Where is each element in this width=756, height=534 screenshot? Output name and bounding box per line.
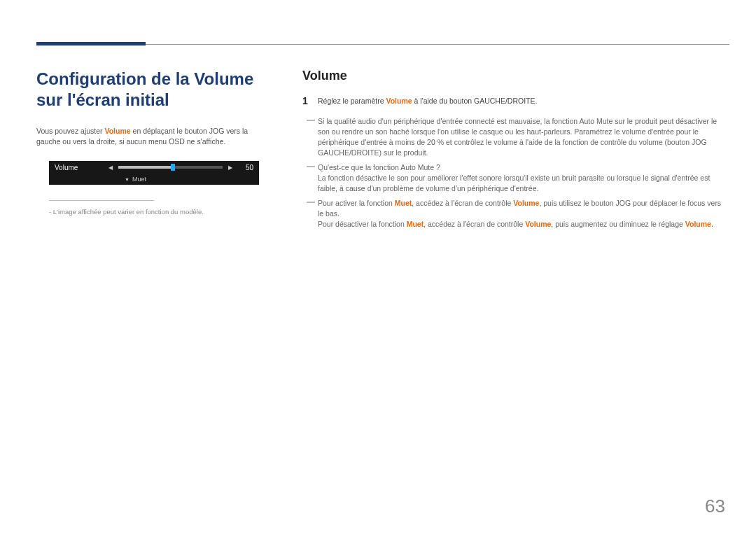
- osd-slider-track: [118, 166, 223, 169]
- section-heading: Configuration de la Volume sur l'écran i…: [36, 69, 269, 111]
- intro-text-pre: Vous pouvez ajuster: [36, 127, 104, 135]
- osd-volume-preview: Volume ◀ ▶ 50 ▼ Muet: [49, 161, 259, 185]
- osd-mute-label: Muet: [132, 176, 146, 183]
- subsection-heading: Volume: [302, 69, 728, 83]
- triangle-right-icon: ▶: [225, 164, 235, 171]
- muet-keyword: Muet: [395, 199, 412, 207]
- step-1: 1 Réglez le paramètre Volume à l'aide du…: [302, 96, 728, 106]
- volume-keyword: Volume: [513, 199, 539, 207]
- document-page: Configuration de la Volume sur l'écran i…: [0, 0, 756, 534]
- triangle-left-icon: ◀: [106, 164, 115, 171]
- dash-icon: [307, 116, 315, 125]
- intro-volume-keyword: Volume: [104, 127, 130, 135]
- osd-value: 50: [235, 164, 253, 171]
- osd-slider-knob: [171, 164, 175, 171]
- left-column: Configuration de la Volume sur l'écran i…: [36, 69, 288, 234]
- triangle-down-icon: ▼: [125, 177, 130, 182]
- osd-label: Volume: [55, 164, 78, 171]
- accent-bar: [36, 42, 146, 45]
- info-auto-mute-definition: Qu'est-ce que la fonction Auto Mute ? La…: [302, 162, 728, 194]
- step-number: 1: [302, 96, 318, 106]
- intro-paragraph: Vous pouvez ajuster Volume en déplaçant …: [36, 126, 269, 147]
- osd-slider-fill: [118, 166, 172, 169]
- info-mute-activate: Pour activer la fonction Muet, accédez à…: [302, 198, 728, 230]
- dash-icon: [307, 162, 315, 171]
- volume-keyword: Volume: [525, 220, 551, 228]
- content-columns: Configuration de la Volume sur l'écran i…: [36, 69, 728, 234]
- muet-keyword: Muet: [407, 220, 424, 228]
- page-number: 63: [705, 496, 725, 517]
- right-column: Volume 1 Réglez le paramètre Volume à l'…: [288, 69, 728, 234]
- osd-row-mute: ▼ Muet: [49, 174, 259, 185]
- info-auto-mute-quality: Si la qualité audio d'un périphérique d'…: [302, 116, 728, 158]
- footnote-divider: [49, 200, 154, 201]
- osd-row-main: Volume ◀ ▶ 50: [49, 161, 259, 174]
- volume-keyword: Volume: [386, 97, 412, 105]
- volume-keyword: Volume: [685, 220, 711, 228]
- image-may-vary-note: L'image affichée peut varier en fonction…: [49, 208, 269, 216]
- dash-icon: [307, 198, 315, 206]
- step-text: Réglez le paramètre Volume à l'aide du b…: [318, 96, 537, 106]
